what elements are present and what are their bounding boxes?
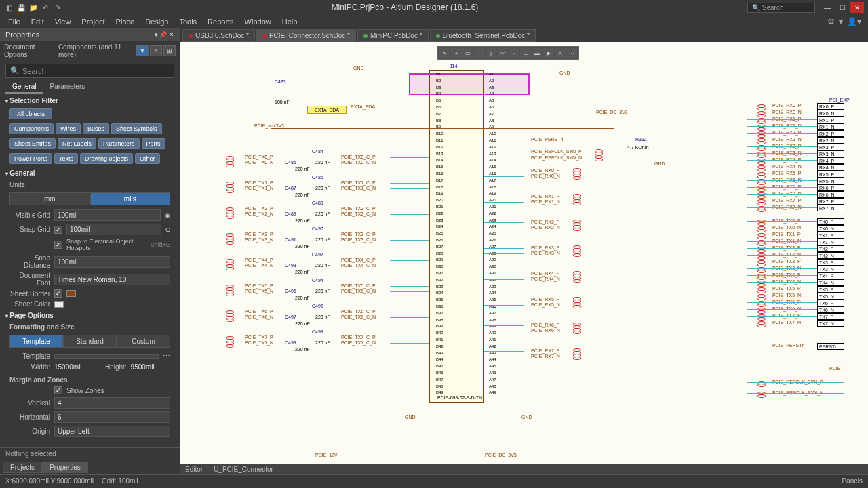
snap-grid-input[interactable]: 100mil (66, 224, 161, 235)
chip-all-objects[interactable]: All objects (9, 108, 52, 119)
pin-a: A4 (489, 92, 494, 96)
menu-file[interactable]: File (3, 16, 26, 27)
open-icon[interactable]: 📁 (28, 3, 38, 12)
sheet-border-checkbox[interactable] (54, 289, 62, 298)
section-selection-filter[interactable]: Selection Filter (0, 94, 180, 107)
maximize-button[interactable]: ☐ (835, 2, 849, 13)
sheet-color-swatch[interactable] (54, 301, 64, 308)
width-label: Width: (9, 363, 50, 371)
chip-power-ports[interactable]: Power Ports (9, 153, 52, 164)
menu-edit[interactable]: Edit (26, 16, 50, 27)
chip-other[interactable]: Other (135, 153, 160, 164)
redo-icon[interactable]: ↷ (53, 3, 62, 12)
user-icon[interactable]: 👤▾ (847, 17, 861, 26)
pin-b: B16 (436, 171, 443, 176)
undo-icon[interactable]: ↶ (41, 3, 50, 12)
gnd-label: GND (353, 66, 364, 70)
pin-a: A14 (489, 158, 496, 162)
vertical-input[interactable]: 4 (54, 397, 170, 409)
menu-window[interactable]: Window (239, 16, 277, 27)
diff-pair-icon (573, 328, 581, 333)
notification-icon[interactable]: ▾ (839, 17, 843, 26)
doc-tab[interactable]: USB3.0.SchDoc * (182, 29, 255, 42)
titlebar: ◧ 💾 📁 ↶ ↷ MiniPC.PrjPcb - Altium Designe… (0, 0, 868, 15)
chip-drawing-objects[interactable]: Drawing objects (80, 153, 133, 164)
page-custom-tab[interactable]: Custom (117, 335, 170, 348)
page-template-tab[interactable]: Template (9, 335, 63, 348)
schematic-canvas[interactable]: ↖ + ▭ — | 〰 · ⊥ ▬ ▶ A ⋯ J14PCIE-098-02-F… (180, 42, 868, 464)
cap-val: 220 nF (295, 218, 310, 223)
chip-parameters[interactable]: Parameters (98, 138, 140, 149)
diff-pair-icon (226, 264, 234, 270)
chip-sheet-symbols[interactable]: Sheet Symbols (111, 123, 162, 134)
minimize-button[interactable]: — (821, 2, 834, 13)
menu-tools[interactable]: Tools (174, 16, 202, 27)
pin-b: B15 (436, 165, 443, 169)
menu-help[interactable]: Help (277, 16, 303, 27)
properties-search-input[interactable]: 🔍 Search (5, 64, 174, 78)
cap-val: 220 nF (315, 186, 330, 190)
units-mm[interactable]: mm (9, 192, 90, 205)
menu-design[interactable]: Design (140, 16, 174, 27)
menu-place[interactable]: Place (111, 16, 140, 27)
origin-dropdown[interactable]: Upper Left (54, 426, 170, 437)
snap-distance-input[interactable]: 100mil (54, 256, 170, 268)
tab-general[interactable]: General (5, 81, 43, 94)
close-button[interactable]: ✕ (850, 2, 864, 13)
filter-grid-icon[interactable]: ⊞ (163, 45, 176, 56)
diff-pair-icon (573, 354, 581, 359)
visible-grid-input[interactable]: 100mil (54, 209, 161, 221)
tab-projects[interactable]: Projects (3, 462, 42, 473)
tab-parameters[interactable]: Parameters (43, 81, 92, 94)
sheet-entry: RX4_N (817, 164, 844, 171)
visible-grid-toggle-icon[interactable]: ◉ (165, 212, 170, 219)
menu-project[interactable]: Project (76, 16, 110, 27)
filter-funnel-icon[interactable]: ▼ (136, 45, 149, 56)
page-standard-tab[interactable]: Standard (63, 335, 117, 348)
status-bar: X:6000.000mil Y:9000.000mil Grid: 100mil… (0, 474, 868, 487)
snap-grid-checkbox[interactable] (54, 226, 62, 234)
template-dropdown[interactable] (54, 354, 159, 359)
sheet-entry: TX7_P (817, 313, 844, 320)
pin-b: B39 (436, 324, 443, 328)
menu-view[interactable]: View (50, 16, 77, 27)
menu-reports[interactable]: Reports (202, 16, 239, 27)
horizontal-input[interactable]: 6 (54, 411, 170, 423)
chip-wires[interactable]: Wires (56, 123, 81, 134)
quick-access-toolbar: ◧ 💾 📁 ↶ ↷ (4, 3, 62, 12)
doc-tab[interactable]: PCIE_Connector.SchDoc * (256, 29, 356, 42)
units-mils[interactable]: mils (90, 192, 171, 205)
document-font-input[interactable]: Times New Roman, 10 (54, 274, 170, 285)
settings-icon[interactable]: ⚙ (827, 17, 835, 26)
pin-b: B48 (436, 384, 443, 388)
sheet-border-label: Sheet Border (9, 290, 50, 298)
doc-tab[interactable]: Bluetooth_Sentinel.PcbDoc * (430, 29, 536, 42)
sheet-border-color[interactable] (66, 290, 76, 297)
chip-components[interactable]: Components (9, 123, 54, 134)
filter-list-icon[interactable]: ≡ (150, 45, 162, 56)
origin-label: Origin (9, 428, 50, 435)
chip-ports[interactable]: Ports (142, 138, 165, 149)
section-page-options[interactable]: Page Options (0, 309, 180, 322)
pin-b: B17 (436, 178, 443, 182)
chip-net-labels[interactable]: Net Labels (58, 138, 96, 149)
net-label: PCIE_TX6_N (245, 314, 273, 319)
pin-b: B3 (436, 85, 441, 89)
sheet-entry: TX5_N (817, 293, 844, 300)
search-box[interactable]: 🔍 Search (747, 3, 815, 13)
panel-pin-icon[interactable]: ▾ 📌 ✕ (155, 31, 174, 38)
pin-b: B19 (436, 191, 443, 195)
chip-buses[interactable]: Buses (83, 123, 109, 134)
port-exta-sda: EXTA_SDA (307, 106, 347, 114)
template-browse-icon[interactable]: ⋯ (163, 352, 170, 361)
doc-tab[interactable]: MiniPC.PcbDoc * (357, 29, 429, 42)
section-general[interactable]: General (0, 167, 180, 180)
snap-grid-gear-icon[interactable]: G (165, 226, 170, 233)
tab-properties[interactable]: Properties (42, 462, 88, 473)
chip-sheet-entries[interactable]: Sheet Entries (9, 138, 56, 149)
save-icon[interactable]: 💾 (16, 3, 26, 12)
chip-texts[interactable]: Texts (54, 153, 78, 164)
snap-hotspots-checkbox[interactable] (54, 241, 62, 249)
show-zones-checkbox[interactable] (54, 386, 62, 394)
panels-button[interactable]: Panels (842, 477, 863, 485)
